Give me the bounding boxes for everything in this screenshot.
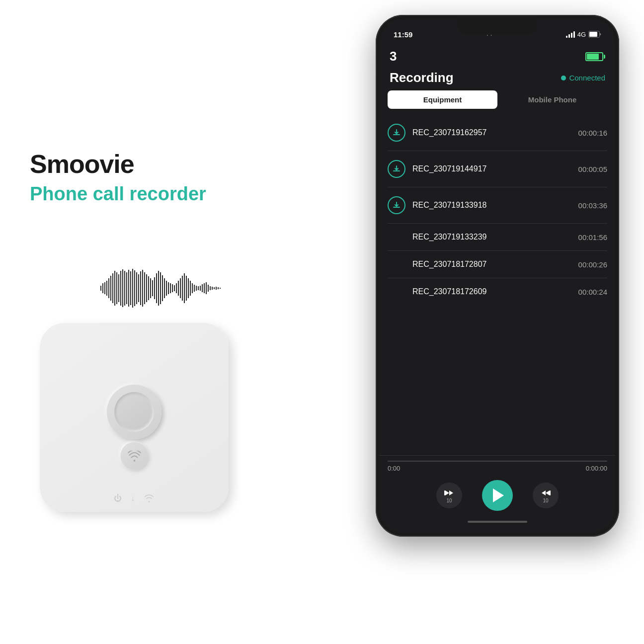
recording-name: REC_230718172807 bbox=[412, 260, 571, 269]
svg-rect-39 bbox=[178, 281, 179, 296]
recording-name: REC_230719144917 bbox=[412, 164, 571, 173]
svg-rect-9 bbox=[118, 274, 119, 302]
device-wifi-button[interactable] bbox=[121, 442, 148, 470]
svg-rect-19 bbox=[138, 274, 139, 302]
svg-rect-48 bbox=[196, 286, 197, 291]
brand-section: Smoovie Phone call recorder bbox=[30, 149, 219, 206]
svg-rect-12 bbox=[124, 271, 125, 306]
svg-rect-35 bbox=[170, 283, 171, 293]
svg-rect-57 bbox=[214, 287, 215, 289]
signal-bar-1 bbox=[566, 36, 567, 38]
recording-name: REC_230719133239 bbox=[412, 233, 571, 242]
svg-rect-26 bbox=[152, 280, 153, 296]
phone-notch bbox=[458, 19, 537, 35]
recording-duration: 00:01:56 bbox=[578, 233, 607, 242]
svg-rect-52 bbox=[204, 283, 205, 293]
battery-body bbox=[585, 52, 603, 61]
svg-rect-2 bbox=[104, 282, 105, 294]
tab-equipment[interactable]: Equipment bbox=[388, 90, 497, 109]
svg-rect-55 bbox=[210, 286, 211, 290]
player-track[interactable] bbox=[388, 461, 607, 462]
home-indicator bbox=[388, 516, 607, 528]
svg-rect-40 bbox=[180, 278, 181, 298]
svg-rect-50 bbox=[200, 286, 201, 291]
svg-rect-28 bbox=[156, 273, 157, 303]
svg-rect-29 bbox=[158, 271, 159, 306]
signal-bar-3 bbox=[571, 33, 572, 38]
recording-item[interactable]: REC_23071817280700:00:26 bbox=[388, 251, 607, 278]
svg-rect-17 bbox=[134, 270, 135, 306]
svg-rect-34 bbox=[168, 282, 169, 294]
svg-rect-36 bbox=[172, 284, 173, 292]
svg-rect-54 bbox=[208, 285, 209, 292]
recording-duration: 00:00:05 bbox=[578, 165, 607, 173]
connected-text: Connected bbox=[569, 74, 605, 82]
svg-rect-18 bbox=[136, 272, 137, 304]
svg-rect-42 bbox=[184, 273, 185, 303]
recording-list: REC_23071916295700:00:16REC_230719144917… bbox=[380, 115, 615, 455]
svg-rect-31 bbox=[162, 275, 163, 301]
svg-rect-56 bbox=[212, 287, 213, 290]
battery-fill bbox=[587, 54, 599, 60]
svg-rect-53 bbox=[206, 282, 207, 294]
svg-rect-41 bbox=[182, 276, 183, 301]
svg-rect-14 bbox=[128, 270, 129, 307]
recording-item[interactable]: REC_23071914491700:00:05 bbox=[388, 151, 607, 187]
tab-mobile[interactable]: Mobile Phone bbox=[497, 90, 607, 109]
svg-rect-22 bbox=[144, 272, 145, 304]
rewind-button[interactable]: 10 bbox=[436, 483, 462, 508]
home-bar bbox=[468, 521, 527, 523]
svg-rect-27 bbox=[154, 277, 155, 299]
svg-rect-13 bbox=[126, 272, 127, 304]
recording-item[interactable]: REC_23071916295700:00:16 bbox=[388, 115, 607, 151]
svg-rect-63 bbox=[444, 490, 445, 495]
recording-duration: 00:00:24 bbox=[578, 288, 607, 296]
player-total-time: 0:00:00 bbox=[586, 465, 607, 472]
forward-button[interactable]: 10 bbox=[533, 483, 559, 508]
signal-bar-4 bbox=[573, 31, 575, 38]
status-time: 11:59 bbox=[394, 30, 412, 39]
sound-wave: .wave-bar { fill: #333; rx: 1; } bbox=[99, 268, 234, 308]
brand-subtitle: Phone call recorder bbox=[30, 183, 219, 206]
player-current-time: 0:00 bbox=[388, 465, 400, 472]
phone: 11:59 App Store 4G bbox=[376, 15, 619, 537]
svg-rect-6 bbox=[112, 273, 113, 303]
svg-rect-62 bbox=[589, 32, 597, 37]
phone-shell: 11:59 App Store 4G bbox=[376, 15, 619, 537]
svg-rect-5 bbox=[110, 276, 111, 301]
download-icon[interactable] bbox=[388, 124, 405, 142]
rewind-label: 10 bbox=[446, 498, 452, 503]
svg-rect-20 bbox=[140, 271, 141, 305]
status-right: 4G bbox=[566, 31, 601, 38]
play-button[interactable] bbox=[482, 480, 513, 511]
download-icon[interactable] bbox=[388, 196, 405, 214]
tabs-row: Equipment Mobile Phone bbox=[380, 90, 615, 115]
device-main-button[interactable] bbox=[107, 385, 161, 439]
svg-rect-32 bbox=[164, 278, 165, 298]
svg-rect-1 bbox=[102, 283, 103, 293]
battery-status-icon bbox=[588, 31, 601, 38]
page-title: Recording bbox=[390, 70, 454, 85]
recording-item[interactable]: REC_23071817260900:00:24 bbox=[388, 278, 607, 305]
svg-rect-21 bbox=[142, 270, 143, 307]
svg-rect-3 bbox=[106, 281, 107, 296]
recording-duration: 00:00:26 bbox=[578, 260, 607, 269]
svg-rect-7 bbox=[114, 271, 115, 306]
forward-label: 10 bbox=[543, 498, 548, 503]
battery-tip bbox=[604, 55, 605, 59]
recording-duration: 00:00:16 bbox=[578, 129, 607, 137]
recording-name: REC_230719162957 bbox=[412, 128, 571, 137]
recording-item[interactable]: REC_23071913323900:01:56 bbox=[388, 224, 607, 251]
app-header: 3 bbox=[380, 44, 615, 68]
svg-rect-59 bbox=[218, 287, 219, 289]
svg-rect-23 bbox=[146, 274, 147, 302]
recording-item[interactable]: REC_23071913391800:03:36 bbox=[388, 187, 607, 224]
player-times: 0:00 0:00:00 bbox=[388, 465, 607, 472]
svg-rect-44 bbox=[188, 278, 189, 298]
recording-name: REC_230718172609 bbox=[412, 287, 571, 296]
svg-rect-64 bbox=[550, 490, 551, 495]
download-icon[interactable] bbox=[388, 160, 405, 178]
svg-rect-25 bbox=[150, 278, 151, 298]
svg-rect-24 bbox=[148, 276, 149, 300]
svg-rect-46 bbox=[192, 283, 193, 293]
